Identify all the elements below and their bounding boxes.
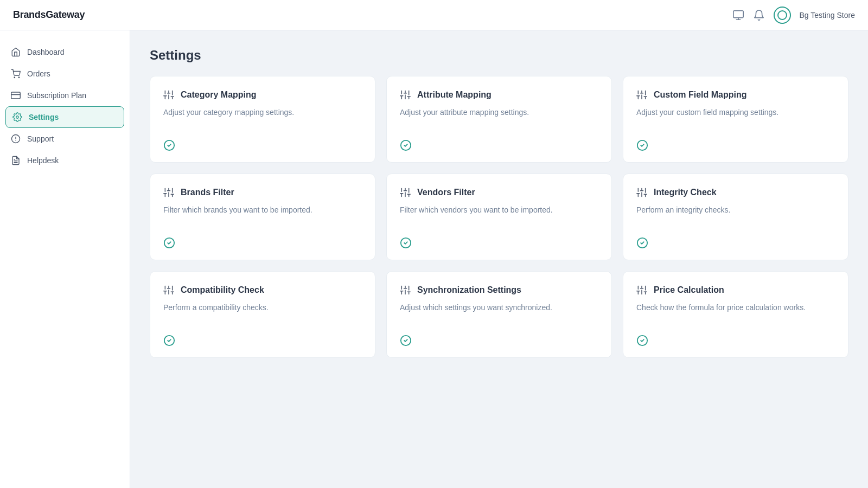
card-title: Price Calculation (654, 285, 724, 295)
monitor-icon[interactable] (732, 9, 744, 21)
user-avatar[interactable] (774, 7, 791, 24)
header: BrandsGateway Bg Testing Store (0, 0, 868, 30)
card-brands-filter[interactable]: Brands Filter Filter which brands you wa… (150, 174, 375, 260)
sidebar-label-orders: Orders (27, 69, 50, 78)
card-header: Integrity Check (636, 187, 835, 198)
main-layout: Dashboard Orders Subscription Plan (0, 30, 868, 488)
card-description: Perform a compatibility checks. (163, 302, 362, 325)
card-header: Compatibility Check (163, 285, 362, 296)
card-header: Synchronization Settings (400, 285, 598, 296)
credit-card-icon (11, 91, 21, 100)
sidebar-label-helpdesk: Helpdesk (27, 156, 59, 165)
sidebar-item-settings[interactable]: Settings (5, 106, 124, 128)
sliders-icon (163, 285, 174, 296)
card-description: Perform an integrity checks. (636, 204, 835, 227)
sliders-icon (636, 187, 647, 198)
sidebar-item-support[interactable]: Support (0, 128, 130, 150)
info-icon (11, 134, 21, 144)
sliders-icon (163, 89, 174, 100)
sidebar-label-subscription: Subscription Plan (27, 91, 86, 100)
card-category-mapping[interactable]: Category Mapping Adjust your category ma… (150, 76, 375, 163)
card-header: Vendors Filter (400, 187, 598, 198)
header-actions: Bg Testing Store (732, 7, 855, 24)
sliders-icon (163, 187, 174, 198)
sliders-icon (636, 89, 647, 100)
card-check-icon (163, 139, 362, 151)
card-compatibility-check[interactable]: Compatibility Check Perform a compatibil… (150, 271, 375, 358)
svg-point-3 (14, 77, 15, 78)
sidebar-item-helpdesk[interactable]: Helpdesk (0, 150, 130, 171)
card-title: Compatibility Check (181, 285, 264, 295)
svg-rect-5 (11, 92, 21, 99)
card-check-icon (163, 335, 362, 346)
app-logo: BrandsGateway (13, 9, 85, 21)
card-synchronization-settings[interactable]: Synchronization Settings Adjust which se… (386, 271, 612, 358)
card-check-icon (400, 335, 598, 346)
card-title: Vendors Filter (417, 188, 475, 197)
card-header: Custom Field Mapping (636, 89, 835, 100)
card-integrity-check[interactable]: Integrity Check Perform an integrity che… (623, 174, 848, 260)
card-description: Adjust which settings you want synchroni… (400, 302, 598, 325)
svg-point-4 (18, 77, 20, 78)
card-description: Check how the formula for price calculat… (636, 302, 835, 325)
store-name: Bg Testing Store (800, 11, 855, 20)
card-check-icon (636, 335, 835, 346)
main-content: Settings Category (130, 30, 868, 488)
card-title: Category Mapping (181, 90, 257, 100)
card-header: Attribute Mapping (400, 89, 598, 100)
card-check-icon (636, 237, 835, 249)
card-check-icon (163, 237, 362, 249)
card-description: Adjust your attribute mapping settings. (400, 107, 598, 130)
card-header: Category Mapping (163, 89, 362, 100)
card-title: Brands Filter (181, 188, 234, 197)
sidebar-item-orders[interactable]: Orders (0, 63, 130, 85)
card-check-icon (636, 139, 835, 151)
shopping-cart-icon (11, 69, 21, 79)
card-check-icon (400, 139, 598, 151)
svg-point-7 (16, 116, 19, 119)
file-icon (11, 156, 21, 165)
card-custom-field-mapping[interactable]: Custom Field Mapping Adjust your custom … (623, 76, 848, 163)
sidebar-item-subscription[interactable]: Subscription Plan (0, 85, 130, 106)
sliders-icon (636, 285, 647, 296)
card-header: Brands Filter (163, 187, 362, 198)
card-description: Adjust your category mapping settings. (163, 107, 362, 130)
home-icon (11, 47, 21, 57)
settings-grid: Category Mapping Adjust your category ma… (150, 76, 848, 358)
svg-rect-0 (733, 10, 743, 17)
sidebar-label-settings: Settings (29, 113, 59, 121)
card-title: Synchronization Settings (417, 285, 521, 295)
sliders-icon (400, 285, 411, 296)
settings-icon (12, 112, 22, 122)
card-description: Filter which vendors you want to be impo… (400, 204, 598, 227)
card-description: Adjust your custom field mapping setting… (636, 107, 835, 130)
card-attribute-mapping[interactable]: Attribute Mapping Adjust your attribute … (386, 76, 612, 163)
sidebar-label-dashboard: Dashboard (27, 48, 65, 56)
sidebar-label-support: Support (27, 134, 54, 143)
sliders-icon (400, 89, 411, 100)
card-check-icon (400, 237, 598, 249)
card-price-calculation[interactable]: Price Calculation Check how the formula … (623, 271, 848, 358)
card-header: Price Calculation (636, 285, 835, 296)
bell-icon[interactable] (753, 9, 765, 21)
page-title: Settings (150, 48, 848, 63)
card-description: Filter which brands you want to be impor… (163, 204, 362, 227)
sidebar: Dashboard Orders Subscription Plan (0, 30, 130, 488)
card-title: Attribute Mapping (417, 90, 492, 100)
card-title: Custom Field Mapping (654, 90, 747, 100)
sidebar-item-dashboard[interactable]: Dashboard (0, 41, 130, 63)
sliders-icon (400, 187, 411, 198)
card-vendors-filter[interactable]: Vendors Filter Filter which vendors you … (386, 174, 612, 260)
card-title: Integrity Check (654, 188, 717, 197)
